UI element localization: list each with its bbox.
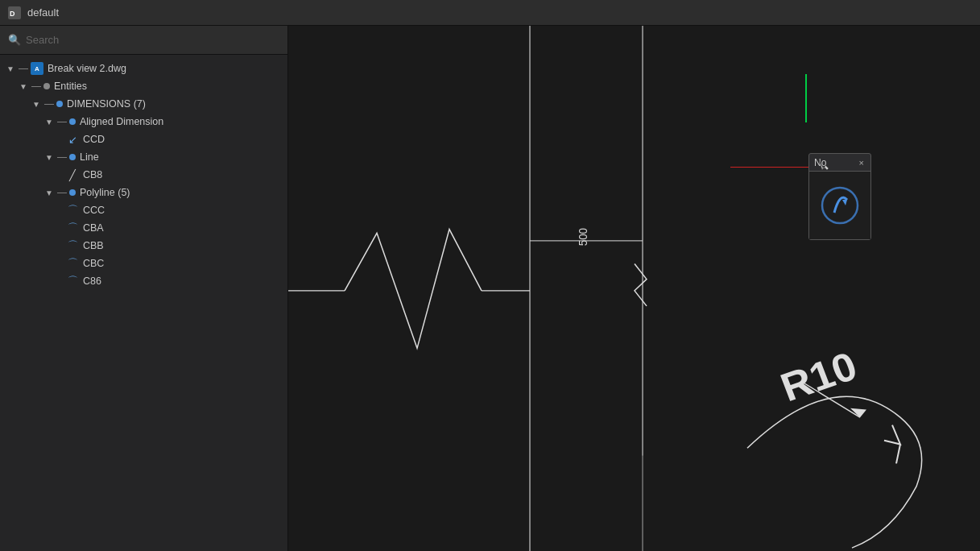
app-icon: D <box>8 6 21 19</box>
tooltip-header: No × <box>809 154 870 172</box>
root-file-label: Break view 2.dwg <box>48 63 284 74</box>
ccc-poly-icon: ⌒ <box>66 204 79 217</box>
dwg-file-icon: A <box>31 62 43 75</box>
search-icon: 🔍 <box>8 34 21 46</box>
collapse-dim-icon[interactable]: ▼ <box>31 98 42 110</box>
cbc-poly-icon: ⌒ <box>66 257 79 270</box>
tooltip-close-button[interactable]: × <box>858 158 866 168</box>
poly-dot <box>69 189 76 196</box>
cba-poly-icon: ⌒ <box>66 222 79 234</box>
ccc-item[interactable]: ⌒ CCC <box>0 201 287 219</box>
svg-text:R10: R10 <box>775 343 863 410</box>
dimensions-label: DIMENSIONS (7) <box>67 98 284 110</box>
search-bar: 🔍 <box>0 26 287 55</box>
tooltip-title: No <box>814 157 826 168</box>
tree-root-item[interactable]: ▼ — A Break view 2.dwg <box>0 60 287 77</box>
cb8-item[interactable]: ╱ CB8 <box>0 166 287 184</box>
collapse-poly-icon[interactable]: ▼ <box>43 187 55 198</box>
ccd-dim-icon: ↙ <box>66 133 79 146</box>
collapse-entities-icon[interactable]: ▼ <box>18 81 29 92</box>
ccc-label: CCC <box>83 205 284 216</box>
minus-aligned-icon: — <box>56 116 68 127</box>
aligned-dim-label: Aligned Dimension <box>80 116 284 127</box>
cba-item[interactable]: ⌒ CBA <box>0 219 287 237</box>
line-label: Line <box>80 151 284 163</box>
cbb-poly-icon: ⌒ <box>66 239 79 252</box>
svg-marker-14 <box>842 200 847 205</box>
title-bar: D default <box>0 0 980 26</box>
main-layout: 🔍 ▼ — A Break view 2.dwg ▼ — Entities ▼ <box>0 26 980 551</box>
polyline-group-item[interactable]: ▼ — Polyline (5) <box>0 184 287 201</box>
cbc-label: CBC <box>83 258 284 269</box>
aligned-dot <box>69 118 76 125</box>
ccd-label: CCD <box>83 134 284 145</box>
entities-dot <box>43 83 50 89</box>
polyline-label: Polyline (5) <box>80 187 284 198</box>
tooltip-arc-icon <box>818 184 862 227</box>
svg-point-13 <box>822 188 858 223</box>
collapse-line-icon[interactable]: ▼ <box>43 151 55 163</box>
svg-text:500: 500 <box>577 228 589 246</box>
drawing-canvas: 500 R10 <box>288 26 980 551</box>
tooltip-body <box>809 172 870 239</box>
window-title: default <box>27 6 59 19</box>
cb8-line-icon: ╱ <box>66 168 79 181</box>
collapse-icon[interactable]: ▼ <box>5 63 16 74</box>
cbc-item[interactable]: ⌒ CBC <box>0 255 287 272</box>
crosshair-v-line <box>805 74 807 122</box>
c86-label: C86 <box>83 276 284 287</box>
search-input[interactable] <box>26 34 279 46</box>
minus-line-icon: — <box>56 151 68 163</box>
entities-item[interactable]: ▼ — Entities <box>0 77 287 95</box>
tooltip-popup[interactable]: No × <box>808 153 871 240</box>
c86-poly-icon: ⌒ <box>66 275 79 288</box>
line-dot <box>69 154 76 160</box>
minus-entities-icon: — <box>31 81 42 92</box>
minus-poly-icon: — <box>56 187 68 198</box>
cb8-label: CB8 <box>83 169 284 180</box>
svg-text:D: D <box>10 10 15 18</box>
dim-dot <box>56 101 63 107</box>
entities-label: Entities <box>54 81 284 92</box>
sidebar: 🔍 ▼ — A Break view 2.dwg ▼ — Entities ▼ <box>0 26 288 551</box>
cbb-item[interactable]: ⌒ CBB <box>0 237 287 255</box>
cba-label: CBA <box>83 222 284 234</box>
line-group-item[interactable]: ▼ — Line <box>0 148 287 166</box>
c86-item[interactable]: ⌒ C86 <box>0 272 287 290</box>
drawing-viewport[interactable]: 500 R10 No × <box>288 26 980 551</box>
dimensions-group-item[interactable]: ▼ — DIMENSIONS (7) <box>0 95 287 113</box>
minus-dim-icon: — <box>43 98 55 110</box>
minus-icon: — <box>18 63 29 74</box>
collapse-aligned-icon[interactable]: ▼ <box>43 116 55 127</box>
file-tree: ▼ — A Break view 2.dwg ▼ — Entities ▼ — … <box>0 55 287 551</box>
cbb-label: CBB <box>83 240 284 251</box>
aligned-dim-item[interactable]: ▼ — Aligned Dimension <box>0 113 287 130</box>
ccd-item[interactable]: ↙ CCD <box>0 130 287 148</box>
svg-line-11 <box>896 445 900 464</box>
